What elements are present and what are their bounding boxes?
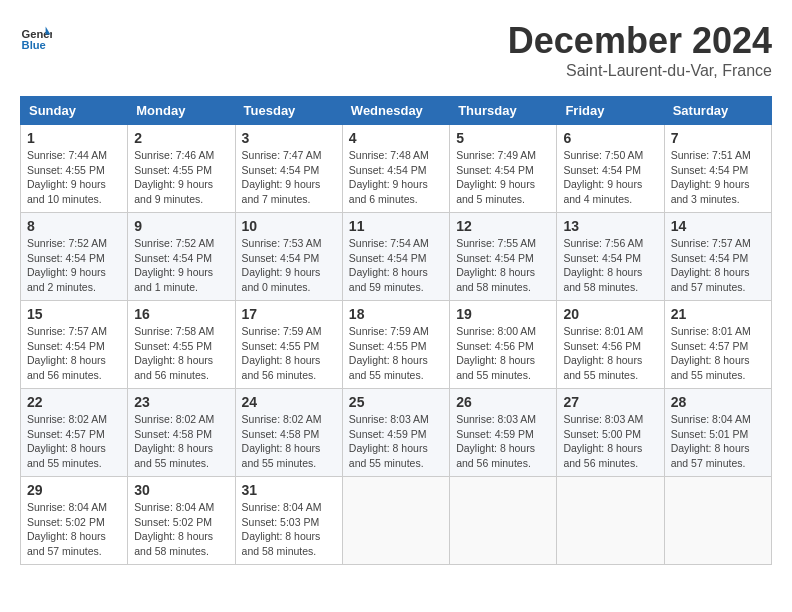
day-info: Sunrise: 7:58 AM Sunset: 4:55 PM Dayligh…	[134, 324, 228, 383]
day-cell: 28Sunrise: 8:04 AM Sunset: 5:01 PM Dayli…	[664, 389, 771, 477]
day-cell: 11Sunrise: 7:54 AM Sunset: 4:54 PM Dayli…	[342, 213, 449, 301]
location-title: Saint-Laurent-du-Var, France	[508, 62, 772, 80]
day-info: Sunrise: 7:52 AM Sunset: 4:54 PM Dayligh…	[134, 236, 228, 295]
day-number: 20	[563, 306, 657, 322]
day-cell: 22Sunrise: 8:02 AM Sunset: 4:57 PM Dayli…	[21, 389, 128, 477]
day-cell: 3Sunrise: 7:47 AM Sunset: 4:54 PM Daylig…	[235, 125, 342, 213]
day-cell: 12Sunrise: 7:55 AM Sunset: 4:54 PM Dayli…	[450, 213, 557, 301]
day-info: Sunrise: 7:57 AM Sunset: 4:54 PM Dayligh…	[27, 324, 121, 383]
day-number: 29	[27, 482, 121, 498]
weekday-header-friday: Friday	[557, 97, 664, 125]
logo-icon: General Blue	[20, 20, 52, 52]
week-row-5: 29Sunrise: 8:04 AM Sunset: 5:02 PM Dayli…	[21, 477, 772, 565]
day-cell: 1Sunrise: 7:44 AM Sunset: 4:55 PM Daylig…	[21, 125, 128, 213]
week-row-3: 15Sunrise: 7:57 AM Sunset: 4:54 PM Dayli…	[21, 301, 772, 389]
day-number: 30	[134, 482, 228, 498]
day-cell: 27Sunrise: 8:03 AM Sunset: 5:00 PM Dayli…	[557, 389, 664, 477]
day-info: Sunrise: 7:53 AM Sunset: 4:54 PM Dayligh…	[242, 236, 336, 295]
day-number: 10	[242, 218, 336, 234]
weekday-header-wednesday: Wednesday	[342, 97, 449, 125]
day-number: 31	[242, 482, 336, 498]
day-info: Sunrise: 8:04 AM Sunset: 5:01 PM Dayligh…	[671, 412, 765, 471]
day-number: 22	[27, 394, 121, 410]
day-cell	[557, 477, 664, 565]
day-info: Sunrise: 7:59 AM Sunset: 4:55 PM Dayligh…	[242, 324, 336, 383]
day-cell: 8Sunrise: 7:52 AM Sunset: 4:54 PM Daylig…	[21, 213, 128, 301]
day-cell: 29Sunrise: 8:04 AM Sunset: 5:02 PM Dayli…	[21, 477, 128, 565]
day-number: 4	[349, 130, 443, 146]
day-info: Sunrise: 8:02 AM Sunset: 4:58 PM Dayligh…	[242, 412, 336, 471]
day-cell	[450, 477, 557, 565]
day-info: Sunrise: 8:00 AM Sunset: 4:56 PM Dayligh…	[456, 324, 550, 383]
day-number: 18	[349, 306, 443, 322]
day-number: 11	[349, 218, 443, 234]
weekday-header-row: SundayMondayTuesdayWednesdayThursdayFrid…	[21, 97, 772, 125]
weekday-header-sunday: Sunday	[21, 97, 128, 125]
week-row-4: 22Sunrise: 8:02 AM Sunset: 4:57 PM Dayli…	[21, 389, 772, 477]
day-info: Sunrise: 7:59 AM Sunset: 4:55 PM Dayligh…	[349, 324, 443, 383]
day-info: Sunrise: 8:04 AM Sunset: 5:03 PM Dayligh…	[242, 500, 336, 559]
day-number: 2	[134, 130, 228, 146]
day-info: Sunrise: 7:46 AM Sunset: 4:55 PM Dayligh…	[134, 148, 228, 207]
day-cell: 16Sunrise: 7:58 AM Sunset: 4:55 PM Dayli…	[128, 301, 235, 389]
day-number: 5	[456, 130, 550, 146]
day-info: Sunrise: 7:55 AM Sunset: 4:54 PM Dayligh…	[456, 236, 550, 295]
day-number: 15	[27, 306, 121, 322]
day-cell: 17Sunrise: 7:59 AM Sunset: 4:55 PM Dayli…	[235, 301, 342, 389]
logo: General Blue	[20, 20, 52, 52]
day-number: 26	[456, 394, 550, 410]
weekday-header-saturday: Saturday	[664, 97, 771, 125]
weekday-header-monday: Monday	[128, 97, 235, 125]
day-cell: 15Sunrise: 7:57 AM Sunset: 4:54 PM Dayli…	[21, 301, 128, 389]
day-info: Sunrise: 8:04 AM Sunset: 5:02 PM Dayligh…	[27, 500, 121, 559]
day-cell: 30Sunrise: 8:04 AM Sunset: 5:02 PM Dayli…	[128, 477, 235, 565]
day-number: 14	[671, 218, 765, 234]
day-info: Sunrise: 7:56 AM Sunset: 4:54 PM Dayligh…	[563, 236, 657, 295]
day-info: Sunrise: 7:57 AM Sunset: 4:54 PM Dayligh…	[671, 236, 765, 295]
day-cell: 4Sunrise: 7:48 AM Sunset: 4:54 PM Daylig…	[342, 125, 449, 213]
day-number: 24	[242, 394, 336, 410]
week-row-2: 8Sunrise: 7:52 AM Sunset: 4:54 PM Daylig…	[21, 213, 772, 301]
day-number: 7	[671, 130, 765, 146]
day-cell: 14Sunrise: 7:57 AM Sunset: 4:54 PM Dayli…	[664, 213, 771, 301]
header: General Blue December 2024 Saint-Laurent…	[20, 20, 772, 80]
day-number: 16	[134, 306, 228, 322]
calendar: SundayMondayTuesdayWednesdayThursdayFrid…	[20, 96, 772, 565]
day-number: 28	[671, 394, 765, 410]
day-cell: 26Sunrise: 8:03 AM Sunset: 4:59 PM Dayli…	[450, 389, 557, 477]
day-cell: 2Sunrise: 7:46 AM Sunset: 4:55 PM Daylig…	[128, 125, 235, 213]
day-info: Sunrise: 7:52 AM Sunset: 4:54 PM Dayligh…	[27, 236, 121, 295]
day-cell: 9Sunrise: 7:52 AM Sunset: 4:54 PM Daylig…	[128, 213, 235, 301]
day-info: Sunrise: 8:01 AM Sunset: 4:57 PM Dayligh…	[671, 324, 765, 383]
day-number: 27	[563, 394, 657, 410]
day-info: Sunrise: 7:51 AM Sunset: 4:54 PM Dayligh…	[671, 148, 765, 207]
day-info: Sunrise: 8:04 AM Sunset: 5:02 PM Dayligh…	[134, 500, 228, 559]
day-cell: 18Sunrise: 7:59 AM Sunset: 4:55 PM Dayli…	[342, 301, 449, 389]
day-info: Sunrise: 8:03 AM Sunset: 4:59 PM Dayligh…	[349, 412, 443, 471]
day-cell: 24Sunrise: 8:02 AM Sunset: 4:58 PM Dayli…	[235, 389, 342, 477]
day-info: Sunrise: 8:03 AM Sunset: 5:00 PM Dayligh…	[563, 412, 657, 471]
day-info: Sunrise: 8:03 AM Sunset: 4:59 PM Dayligh…	[456, 412, 550, 471]
day-number: 8	[27, 218, 121, 234]
day-number: 13	[563, 218, 657, 234]
day-cell: 20Sunrise: 8:01 AM Sunset: 4:56 PM Dayli…	[557, 301, 664, 389]
day-info: Sunrise: 8:02 AM Sunset: 4:58 PM Dayligh…	[134, 412, 228, 471]
day-cell: 19Sunrise: 8:00 AM Sunset: 4:56 PM Dayli…	[450, 301, 557, 389]
day-cell: 31Sunrise: 8:04 AM Sunset: 5:03 PM Dayli…	[235, 477, 342, 565]
month-title: December 2024	[508, 20, 772, 62]
day-info: Sunrise: 8:01 AM Sunset: 4:56 PM Dayligh…	[563, 324, 657, 383]
day-number: 19	[456, 306, 550, 322]
day-info: Sunrise: 7:54 AM Sunset: 4:54 PM Dayligh…	[349, 236, 443, 295]
day-cell: 10Sunrise: 7:53 AM Sunset: 4:54 PM Dayli…	[235, 213, 342, 301]
day-cell	[342, 477, 449, 565]
day-number: 25	[349, 394, 443, 410]
day-number: 17	[242, 306, 336, 322]
title-area: December 2024 Saint-Laurent-du-Var, Fran…	[508, 20, 772, 80]
day-info: Sunrise: 7:47 AM Sunset: 4:54 PM Dayligh…	[242, 148, 336, 207]
day-number: 12	[456, 218, 550, 234]
day-cell: 25Sunrise: 8:03 AM Sunset: 4:59 PM Dayli…	[342, 389, 449, 477]
day-cell: 21Sunrise: 8:01 AM Sunset: 4:57 PM Dayli…	[664, 301, 771, 389]
day-cell	[664, 477, 771, 565]
day-number: 6	[563, 130, 657, 146]
day-number: 1	[27, 130, 121, 146]
